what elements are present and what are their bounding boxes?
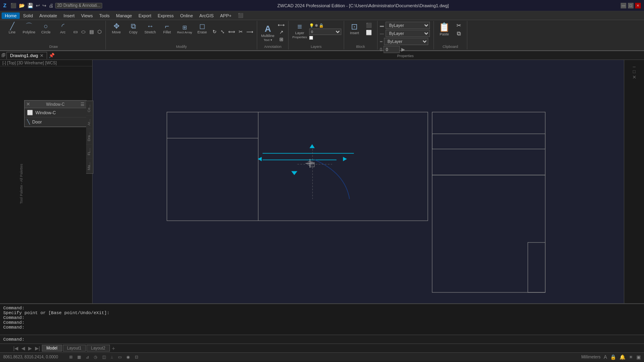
qa-undo[interactable]: ↩ bbox=[35, 3, 41, 8]
menu-annotate[interactable]: Annotate bbox=[36, 12, 60, 19]
palette-item-door[interactable]: ╲ Door bbox=[25, 117, 86, 127]
qa-save[interactable]: 💾 bbox=[27, 3, 34, 8]
right-panel-expand[interactable]: □ bbox=[633, 69, 636, 74]
menu-home[interactable]: Home bbox=[2, 12, 20, 19]
workspace-lock-icon[interactable]: 🔒 bbox=[610, 354, 616, 360]
tool-palette-close-button[interactable]: ✕ bbox=[26, 101, 30, 107]
polar-btn[interactable]: ◷ bbox=[92, 354, 99, 360]
layout-nav-prev[interactable]: ◀ bbox=[20, 346, 26, 351]
layout-tab-model[interactable]: Model bbox=[42, 345, 62, 352]
doc-tab-close[interactable]: ✕ bbox=[40, 53, 43, 58]
layout-nav-last[interactable]: ▶| bbox=[34, 346, 41, 351]
move-tool[interactable]: ✥ Move bbox=[108, 22, 124, 35]
menu-views[interactable]: Views bbox=[78, 12, 96, 19]
osnap-btn[interactable]: ◫ bbox=[101, 354, 107, 360]
menu-insert[interactable]: Insert bbox=[60, 12, 78, 19]
cut-tool[interactable]: ✂ bbox=[453, 22, 464, 29]
palette-side-tab-fl[interactable]: FL... bbox=[86, 144, 92, 158]
multiline-text-tool[interactable]: A Multiline Text ▾ bbox=[260, 24, 276, 43]
qa-redo[interactable]: ↪ bbox=[41, 3, 47, 8]
arc-tool[interactable]: ◜ Arc bbox=[55, 22, 71, 35]
menu-express[interactable]: Express bbox=[155, 12, 177, 19]
qa-workspace-selector[interactable]: 2D Drafting & Annotati... bbox=[55, 3, 102, 8]
menu-app-plus[interactable]: APP+ bbox=[217, 12, 235, 19]
layer-dropdown[interactable]: 0 bbox=[309, 29, 341, 35]
linetype-select[interactable]: ByLayer bbox=[386, 30, 430, 37]
palette-side-tab-ce[interactable]: Ce... bbox=[86, 101, 92, 115]
create-block-tool[interactable]: ⬛ bbox=[363, 22, 375, 29]
qa-new[interactable]: ⬛ bbox=[10, 3, 17, 8]
command-input[interactable] bbox=[26, 337, 641, 342]
copy-format-tool[interactable]: ⧉ bbox=[453, 30, 464, 37]
isolate-objects-icon[interactable]: ☀ bbox=[629, 354, 633, 360]
close-button[interactable]: ✕ bbox=[635, 3, 641, 8]
layout-add-button[interactable]: + bbox=[111, 345, 116, 352]
qa-print[interactable]: 🖨 bbox=[48, 3, 54, 8]
otrack-btn[interactable]: ⟂ bbox=[109, 354, 115, 360]
expand-properties-icon[interactable]: ▶ bbox=[401, 47, 405, 52]
rectangular-array-tool[interactable]: ⊞ Rect Array bbox=[176, 24, 193, 35]
ellipse-tool[interactable]: ⬭ bbox=[80, 29, 87, 35]
dynin-btn[interactable]: ▭ bbox=[116, 354, 123, 360]
line-tool[interactable]: ╱ Line bbox=[4, 22, 20, 35]
dim-tool[interactable]: ⟷ bbox=[277, 22, 286, 28]
snap-grid-btn[interactable]: ⊞ bbox=[68, 354, 74, 360]
doc-tab-drawing1[interactable]: Drawing1.dwg ✕ bbox=[6, 52, 47, 59]
menu-online[interactable]: Online bbox=[177, 12, 196, 19]
circle-tool[interactable]: ○ Circle bbox=[38, 22, 54, 35]
paste-tool[interactable]: 📋 Paste bbox=[436, 22, 452, 37]
qa-open[interactable]: 📂 bbox=[18, 3, 26, 8]
menu-solid[interactable]: Solid bbox=[20, 12, 36, 19]
fillet-tool[interactable]: ⌐ Fillet bbox=[159, 22, 175, 35]
menu-extra[interactable]: ⬛ bbox=[235, 12, 247, 19]
menu-export[interactable]: Export bbox=[135, 12, 155, 19]
layout-tab-layout1[interactable]: Layout1 bbox=[63, 345, 86, 352]
ortho-btn[interactable]: ⊿ bbox=[84, 354, 91, 360]
layout-tab-layout2[interactable]: Layout2 bbox=[87, 345, 110, 352]
cad-drawing-svg[interactable] bbox=[93, 60, 624, 303]
table-tool[interactable]: ⊞ bbox=[277, 36, 286, 43]
layout-nav-first[interactable]: |◀ bbox=[12, 346, 19, 351]
canvas-area[interactable] bbox=[93, 60, 624, 303]
region-tool[interactable]: ⬡ bbox=[96, 29, 103, 35]
minimize-button[interactable]: — bbox=[621, 3, 626, 8]
wblock-tool[interactable]: ⬜ bbox=[363, 29, 375, 36]
tool-palette-menu-icon[interactable]: ☰ bbox=[80, 102, 85, 107]
rotate-icon: ↻ bbox=[213, 29, 217, 34]
hatch-tool[interactable]: ▤ bbox=[88, 29, 95, 35]
lineweight-input[interactable] bbox=[384, 46, 400, 53]
layer-color-select[interactable]: ByLayer bbox=[386, 22, 430, 29]
lineweight-btn[interactable]: ◉ bbox=[125, 354, 132, 360]
rotate-tool[interactable]: ↻ bbox=[211, 29, 218, 35]
maximize-button[interactable]: □ bbox=[628, 3, 634, 8]
annotation-scale-icon[interactable]: A bbox=[604, 354, 607, 360]
menu-manage[interactable]: Manage bbox=[113, 12, 135, 19]
annotation-monitor-icon[interactable]: 🔔 bbox=[619, 354, 625, 360]
menu-arcgis[interactable]: ArcGIS bbox=[196, 12, 217, 19]
layout-nav-next[interactable]: ▶ bbox=[27, 346, 33, 351]
mirror-tool[interactable]: ⟺ bbox=[227, 29, 236, 35]
menu-tools[interactable]: Tools bbox=[96, 12, 113, 19]
scale-tool[interactable]: ⤡ bbox=[219, 29, 226, 35]
insert-tool[interactable]: ⊡ Insert bbox=[347, 22, 363, 36]
trim-tool[interactable]: ✂ bbox=[237, 29, 244, 35]
viewport-icon[interactable]: ▣ bbox=[636, 354, 641, 360]
right-panel-close[interactable]: ✕ bbox=[632, 74, 636, 80]
erase-tool[interactable]: ◻ Erase bbox=[194, 22, 210, 35]
doc-tab-pin[interactable]: 📌 bbox=[49, 53, 55, 58]
tspace-btn[interactable]: ⊡ bbox=[133, 354, 140, 360]
palette-item-window-c[interactable]: ⬜ Window-C bbox=[25, 108, 86, 117]
extend-tool[interactable]: ⟶ bbox=[245, 29, 254, 35]
lineweight-select[interactable]: ByLayer bbox=[384, 38, 428, 45]
right-panel-minimize[interactable]: _ bbox=[633, 62, 636, 67]
stretch-tool[interactable]: ↔ Stretch bbox=[142, 22, 158, 35]
snap-btn[interactable]: ▦ bbox=[76, 354, 83, 360]
copy-tool[interactable]: ⧉ Copy bbox=[125, 22, 141, 35]
rect-tool[interactable]: ▭ bbox=[72, 29, 79, 35]
polyline-tool[interactable]: ⌒ Polyline bbox=[21, 22, 37, 35]
palette-side-tab-ma[interactable]: Ma... bbox=[86, 158, 92, 173]
palette-side-tab-ar[interactable]: Ar... bbox=[86, 115, 92, 129]
palette-side-tab-draw[interactable]: Dra... bbox=[86, 129, 92, 144]
layer-properties-tool[interactable]: ≡ Layer Properties bbox=[291, 22, 308, 40]
leader-tool[interactable]: ↗ bbox=[277, 29, 286, 35]
